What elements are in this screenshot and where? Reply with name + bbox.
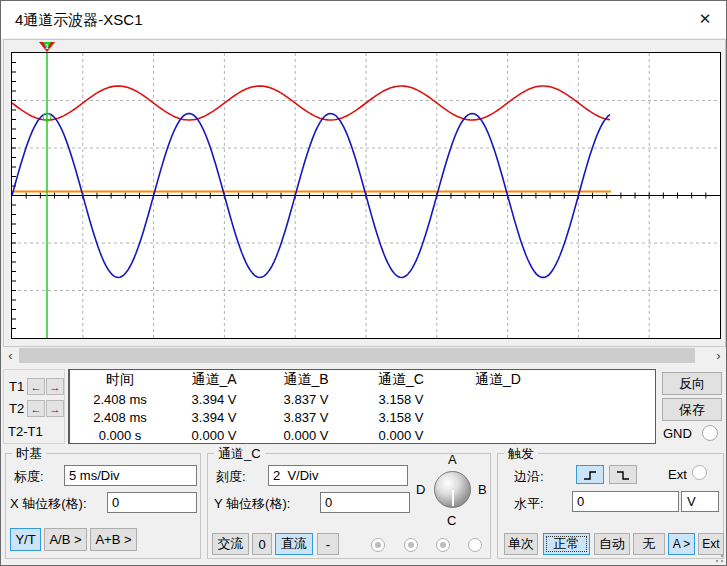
measurement-table: 时间 通道_A 通道_B 通道_C 通道_D 2.408 ms 3.394 V … [68,369,656,444]
t1-channel-c: 3.158 V [354,392,448,407]
trigger-a-level-button[interactable]: A > [668,533,695,555]
channel-group: 通道_C 刻度: Y 轴位移(格): A B C D 交流 0 直流 - [207,453,491,559]
t1-left-button[interactable]: ← [27,378,45,395]
t2-channel-a: 3.394 V [170,410,258,425]
zero-coupling-button[interactable]: 0 [252,533,272,555]
col-header-channel-d: 通道_D [448,371,548,389]
channel-a-indicator[interactable] [371,538,385,552]
knob-pointer [452,490,454,506]
trace-red [12,86,610,120]
trigger-single-button[interactable]: 单次 [504,533,538,555]
channel-ypos-input[interactable] [320,492,410,513]
trigger-normal-button[interactable]: 正常 [543,533,590,555]
knob-label-a: A [448,452,457,467]
t2-channel-c: 3.158 V [354,410,448,425]
horizontal-scrollbar[interactable]: ‹ › [3,348,726,363]
timebase-scale-label: 标度: [14,468,44,486]
scrollbar-thumb[interactable] [19,348,695,363]
table-header-row: 时间 通道_A 通道_B 通道_C 通道_D [70,370,655,390]
dc-coupling-button[interactable]: 直流 [275,533,313,555]
channel-select-knob[interactable] [434,471,471,508]
waveform-canvas [12,53,720,338]
gnd-label: GND [663,426,692,441]
rising-edge-icon [582,469,598,481]
reverse-button[interactable]: 反向 [662,372,722,395]
t1-channel-b: 3.837 V [258,392,354,407]
diff-time: 0.000 s [70,428,170,443]
col-header-channel-a: 通道_A [170,371,258,389]
timebase-xpos-input[interactable] [107,492,197,513]
rising-edge-button[interactable] [576,465,604,484]
table-row-t1: 2.408 ms 3.394 V 3.837 V 3.158 V [70,390,655,408]
window-title: 4通道示波器-XSC1 [15,1,143,38]
falling-edge-icon [615,469,631,481]
channel-c-indicator[interactable] [436,538,450,552]
ac-coupling-button[interactable]: 交流 [212,533,249,555]
col-header-channel-b: 通道_B [258,371,354,389]
channel-ypos-label: Y 轴位移(格): [214,495,290,513]
col-header-channel-c: 通道_C [354,371,448,389]
t1-channel-a: 3.394 V [170,392,258,407]
knob-label-c: C [447,513,456,528]
close-icon[interactable]: ✕ [688,1,722,37]
a-plus-b-mode-button[interactable]: A+B > [90,528,137,551]
trigger-level-unit[interactable]: V [681,491,719,512]
table-row-t2: 2.408 ms 3.394 V 3.837 V 3.158 V [70,408,655,426]
t2-channel-b: 3.837 V [258,410,354,425]
timebase-xpos-label: X 轴位移(格): [10,495,87,513]
gnd-terminal[interactable] [702,425,718,441]
diff-channel-a: 0.000 V [170,428,258,443]
trigger-level-input[interactable] [572,491,679,512]
channel-scale-input[interactable] [268,465,408,486]
knob-label-b: B [478,482,487,497]
timebase-scale-input[interactable] [64,465,197,486]
t2-left-button[interactable]: ← [27,400,45,417]
channel-b-indicator[interactable] [404,538,418,552]
trigger-level-label: 水平: [514,495,544,513]
cursor2-label: T2 [9,401,24,416]
trigger-ext-label: Ext [668,467,687,482]
timebase-group: 时基 标度: X 轴位移(格): Y/T A/B > A+B > [5,453,201,559]
col-header-time: 时间 [70,371,170,389]
t2-right-button[interactable]: → [46,400,64,417]
trigger-group-label: 触发 [504,445,538,463]
cursor1-label: T1 [9,379,24,394]
knob-label-d: D [416,482,425,497]
trigger-group: 触发 边沿: Ext 水平: V 单次 正常 自动 无 A > Ext [497,453,724,559]
trigger-auto-button[interactable]: 自动 [594,533,630,555]
channel-group-label: 通道_C [214,445,265,463]
channel-scale-label: 刻度: [216,468,246,486]
svg-text:1: 1 [45,42,50,51]
oscilloscope-window: 4通道示波器-XSC1 ✕ 1 ‹ › T1 ← → T2 ← → T2-T1 … [0,0,727,566]
save-button[interactable]: 保存 [662,398,722,421]
diff-channel-b: 0.000 V [258,428,354,443]
resize-grip[interactable] [711,550,723,562]
channel-d-indicator[interactable] [468,538,482,552]
ab-mode-button[interactable]: A/B > [44,528,87,551]
timebase-group-label: 时基 [12,445,46,463]
scroll-left-icon[interactable]: ‹ [3,348,18,363]
cursor-diff-label: T2-T1 [8,424,43,439]
trigger-edge-label: 边沿: [514,468,544,486]
waveform-plot[interactable] [11,52,721,339]
trigger-ext-radio[interactable] [692,465,707,480]
falling-edge-button[interactable] [609,465,637,484]
cursor-controls-frame: T1 ← → T2 ← → T2-T1 [3,369,65,444]
title-bar: 4通道示波器-XSC1 ✕ [1,1,726,38]
minus-coupling-button[interactable]: - [317,533,339,555]
t1-right-button[interactable]: → [46,378,64,395]
yt-mode-button[interactable]: Y/T [10,528,41,551]
trigger-none-button[interactable]: 无 [633,533,665,555]
t2-time: 2.408 ms [70,410,170,425]
scroll-right-icon[interactable]: › [711,348,726,363]
table-row-diff: 0.000 s 0.000 V 0.000 V 0.000 V [70,426,655,444]
diff-channel-c: 0.000 V [354,428,448,443]
t1-time: 2.408 ms [70,392,170,407]
